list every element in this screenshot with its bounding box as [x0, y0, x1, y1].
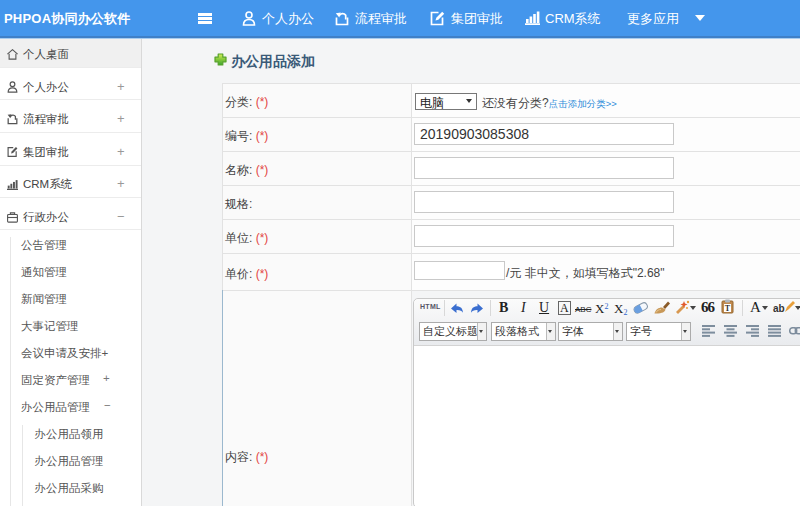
svg-text:T: T: [725, 304, 731, 313]
